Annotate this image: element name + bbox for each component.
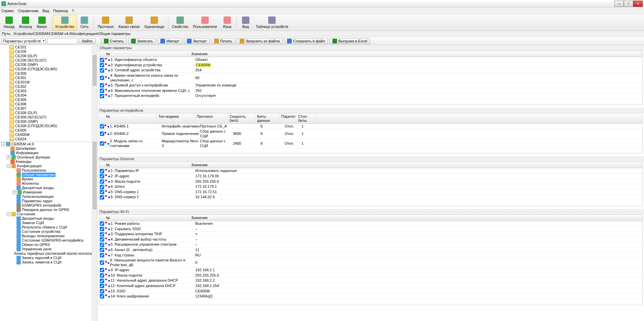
- row-checkbox[interactable]: [100, 190, 104, 194]
- grid-row[interactable]: 7: Код страныRU: [99, 252, 642, 258]
- row-checkbox[interactable]: [100, 243, 104, 247]
- tree-item[interactable]: Дискретные входы: [0, 186, 97, 190]
- toolbar-Канал связи[interactable]: Канал связи: [116, 15, 142, 30]
- tree-item[interactable]: Команды: [0, 159, 97, 164]
- toolbar-Вперед[interactable]: Вперед: [17, 15, 34, 30]
- grid-row[interactable]: 5: Расширенное управление спектром–: [99, 242, 642, 247]
- menu-Переход[interactable]: Переход: [53, 9, 68, 13]
- grid-row[interactable]: 13: SSIDCE805M: [99, 288, 642, 294]
- tree-item[interactable]: Дискретные входы: [0, 216, 97, 221]
- tree-item[interactable]: Результаты обмена с СЦИ: [0, 225, 97, 229]
- tree-item[interactable]: CE308 (SMP): [0, 119, 97, 124]
- grid-row[interactable]: 6: Канал (0 - автовыбор)11: [99, 247, 642, 253]
- toolbar-Вверх[interactable]: Вверх: [34, 15, 50, 30]
- toolbar-Хранилище[interactable]: Хранилище: [142, 15, 166, 30]
- menu-?[interactable]: ?: [72, 9, 74, 13]
- tree-item[interactable]: Выходы телеуправления: [0, 234, 97, 238]
- row-checkbox[interactable]: [100, 76, 104, 80]
- expand-icon[interactable]: −: [7, 164, 10, 168]
- tree-item[interactable]: Запись тарифных расписаний и(или) исключ…: [0, 251, 97, 256]
- row-checkbox[interactable]: [100, 294, 104, 298]
- tree-item[interactable]: −Состояние: [0, 212, 97, 216]
- tree-item[interactable]: Телесигнализация: [0, 194, 97, 199]
- row-checkbox[interactable]: [100, 94, 104, 98]
- action-Экспорт[interactable]: Экспорт: [184, 38, 210, 44]
- tree-item[interactable]: Управление реле: [0, 247, 97, 251]
- expand-icon[interactable]: +: [13, 190, 16, 194]
- row-checkbox[interactable]: [100, 63, 104, 67]
- tree-item[interactable]: Дата/время: [0, 146, 97, 151]
- grid-row[interactable]: 9: IP-адрес192.168.2.1: [99, 268, 642, 273]
- grid-row[interactable]: 1: Параметры IPИспользовать заданные: [99, 168, 642, 174]
- grid-row[interactable]: 2: Скрывать SSID–: [99, 226, 642, 231]
- maximize-button[interactable]: □: [624, 1, 633, 7]
- tree-item[interactable]: CE303: [0, 89, 97, 93]
- tree-item[interactable]: CE205: [0, 49, 97, 54]
- tree-item[interactable]: CE805: [0, 128, 97, 133]
- grid-row[interactable]: 7: Приоритетный интерфейсОтсутствует: [99, 93, 642, 99]
- tree-item[interactable]: CE301: [0, 76, 97, 80]
- grid-row[interactable]: 5: Прямой доступ к интерфейсамУправление…: [99, 83, 642, 88]
- action-Печать[interactable]: Печать: [211, 38, 235, 44]
- tree-item[interactable]: CE304: [0, 93, 97, 98]
- grid-row[interactable]: 3: Маска подсети255.255.255.0: [99, 179, 642, 184]
- row-checkbox[interactable]: [100, 132, 104, 136]
- tree-item[interactable]: CE301M: [0, 80, 97, 84]
- device-params-combo[interactable]: Параметры устройств: [1, 38, 46, 44]
- action-Считать[interactable]: Считать: [101, 38, 127, 44]
- grid-row[interactable]: 1: RS485-1Интерфейс неактивенПротокол CE…: [99, 124, 642, 129]
- tree-item[interactable]: −CE805M v4.9: [0, 142, 97, 146]
- tree-item[interactable]: GSM/GPRS интерфейс: [0, 203, 97, 208]
- tree-item[interactable]: CE824: [0, 137, 97, 141]
- action-Записать[interactable]: Записать: [128, 38, 156, 44]
- toolbar-Таблица устройств[interactable]: Таблица устройств: [253, 15, 291, 30]
- grid-row[interactable]: 1: Режим работыВыключен: [99, 221, 642, 226]
- grid-row[interactable]: 8: Уменьшение мощности пакетов Beacon и …: [99, 258, 642, 268]
- tree-item[interactable]: CE302: [0, 84, 97, 89]
- toolbar-Устройство[interactable]: Устройство: [53, 15, 77, 30]
- tree-item[interactable]: CE805M: [0, 133, 97, 137]
- tree-item[interactable]: Абоненты: [0, 181, 97, 186]
- action-Импорт[interactable]: Импорт: [157, 38, 182, 44]
- row-checkbox[interactable]: [100, 141, 104, 146]
- action-Загрузить из файла[interactable]: Загрузить из файла: [237, 38, 283, 44]
- row-checkbox[interactable]: [100, 279, 104, 283]
- tree-item[interactable]: Пользователи: [0, 168, 97, 173]
- tree-item[interactable]: Состояние GSM/GPRS-интерфейса: [0, 238, 97, 243]
- tree-item[interactable]: −Конфигурация: [0, 164, 97, 168]
- toolbar-Язык[interactable]: Язык: [219, 15, 235, 30]
- tree-item[interactable]: Замена СЦИ: [0, 221, 97, 225]
- row-checkbox[interactable]: [100, 237, 104, 242]
- row-checkbox[interactable]: [100, 195, 104, 200]
- row-checkbox[interactable]: [100, 227, 104, 231]
- grid-row[interactable]: 2: Идентификатор устройстваCE805M: [99, 63, 642, 68]
- tree-item[interactable]: +Измерения: [0, 190, 97, 194]
- tree-item[interactable]: CE300: [0, 71, 97, 76]
- row-checkbox[interactable]: [100, 221, 104, 226]
- toolbar-Свойства[interactable]: Свойства: [170, 15, 191, 30]
- row-checkbox[interactable]: [100, 284, 104, 288]
- row-checkbox[interactable]: [100, 253, 104, 257]
- expand-icon[interactable]: −: [7, 212, 10, 216]
- grid-row[interactable]: 5: DNS-сервер 1172.16.72.51: [99, 189, 642, 195]
- scrollbar[interactable]: [92, 142, 97, 321]
- row-checkbox[interactable]: [100, 289, 104, 293]
- minimize-button[interactable]: —: [614, 1, 624, 7]
- grid-row[interactable]: 6: DNS-сервер 210.144.52.6: [99, 194, 642, 200]
- grid-row[interactable]: 2: IP-адрес172.16.179.95: [99, 174, 642, 179]
- action-Выгрузка в Excel[interactable]: Выгрузка в Excel: [329, 38, 370, 44]
- tree-item[interactable]: CE305: [0, 98, 97, 102]
- tree-item[interactable]: CE307: [0, 106, 97, 111]
- grid-row[interactable]: 3: Сетевой адрес устройства254: [99, 68, 642, 73]
- grid-row[interactable]: 12: Конечный адрес диапазона DHCP192.168…: [99, 283, 642, 289]
- toolbar-Протокол[interactable]: Протокол: [95, 15, 116, 30]
- grid-row[interactable]: 3: Поддержка алгоритма TKIP+: [99, 231, 642, 237]
- expand-icon[interactable]: −: [1, 142, 5, 146]
- grid-row[interactable]: 4: Время неактивности сеанса связи по ум…: [99, 73, 642, 83]
- close-button[interactable]: ✕: [633, 1, 643, 7]
- menu-Вид[interactable]: Вид: [42, 9, 49, 13]
- tree-item[interactable]: +Основные функции: [0, 155, 97, 159]
- row-checkbox[interactable]: [100, 88, 104, 93]
- row-checkbox[interactable]: [100, 179, 104, 184]
- row-checkbox[interactable]: [100, 232, 104, 237]
